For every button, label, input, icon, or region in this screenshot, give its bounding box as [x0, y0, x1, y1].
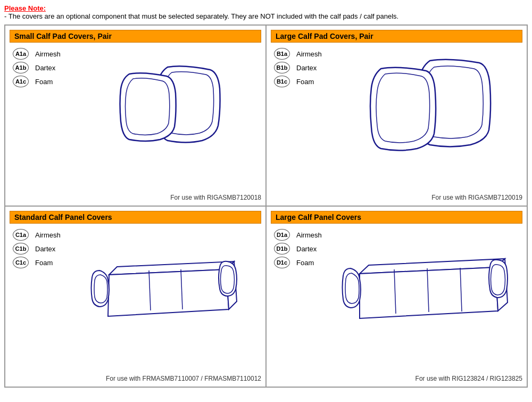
large-panel-illustration — [341, 232, 517, 339]
note-text: - The covers are an optional component t… — [4, 12, 528, 20]
options-col: C1a Airmesh C1b Dartex C1c Foam — [10, 228, 73, 272]
option-code: D1c — [274, 257, 290, 268]
content-row: A1a Airmesh A1b Dartex A1c Foam — [10, 47, 261, 192]
option-label: Dartex — [32, 61, 64, 75]
option-label: Airmesh — [32, 47, 64, 61]
panel-title-large-calf-panel: Large Calf Panel Covers — [271, 211, 522, 224]
option-code: B1c — [274, 76, 290, 87]
options-table: B1a Airmesh B1b Dartex B1c Foam — [271, 47, 325, 88]
panel-image-large-pad — [335, 47, 522, 162]
option-code: C1a — [13, 229, 29, 241]
panel-title-standard-calf-panel: Standard Calf Panel Covers — [10, 211, 261, 224]
option-code: A1a — [13, 48, 29, 60]
panel-small-calf-pad: Small Calf Pad Covers, Pair A1a Airmesh … — [5, 25, 266, 206]
option-label: Foam — [293, 75, 325, 88]
option-label: Foam — [32, 75, 64, 88]
option-code: C1c — [13, 257, 29, 268]
option-row: C1b Dartex — [10, 242, 64, 256]
option-row: A1a Airmesh — [10, 47, 64, 61]
panel-footer-standard-calf-panel: For use with FRMASMB7110007 / FRMASMB711… — [10, 373, 261, 382]
option-label: Dartex — [32, 242, 64, 256]
option-row: A1b Dartex — [10, 61, 64, 75]
option-row: D1b Dartex — [271, 242, 325, 256]
options-table: C1a Airmesh C1b Dartex C1c Foam — [10, 228, 64, 269]
option-row: B1c Foam — [271, 75, 325, 88]
option-label: Foam — [32, 256, 64, 269]
options-table: D1a Airmesh D1b Dartex D1c Foam — [271, 228, 325, 269]
option-label: Dartex — [293, 242, 325, 256]
option-row: B1a Airmesh — [271, 47, 325, 61]
note-section: Please Note: - The covers are an optiona… — [4, 4, 528, 20]
option-row: A1c Foam — [10, 75, 64, 88]
panel-large-calf-panel: Large Calf Panel Covers D1a Airmesh D1b … — [266, 206, 527, 387]
panel-image-large-panel — [335, 228, 522, 343]
options-col: D1a Airmesh D1b Dartex D1c Foam — [271, 228, 335, 272]
panel-image-small-pad — [73, 47, 261, 162]
option-label: Airmesh — [293, 228, 325, 242]
options-col: B1a Airmesh B1b Dartex B1c Foam — [271, 47, 335, 91]
option-code: B1a — [274, 48, 290, 60]
standard-panel-illustration — [88, 232, 247, 339]
option-row: C1a Airmesh — [10, 228, 64, 242]
option-code: D1b — [274, 243, 290, 255]
panel-footer-large-calf-pad: For use with RIGASMB7120019 — [271, 192, 522, 201]
content-row: D1a Airmesh D1b Dartex D1c Foam — [271, 228, 522, 373]
option-row: D1a Airmesh — [271, 228, 325, 242]
panel-standard-calf-panel: Standard Calf Panel Covers C1a Airmesh C… — [5, 206, 266, 387]
content-row: B1a Airmesh B1b Dartex B1c Foam — [271, 47, 522, 192]
option-label: Dartex — [293, 61, 325, 75]
option-code: B1b — [274, 62, 290, 73]
option-label: Airmesh — [32, 228, 64, 242]
option-code: A1c — [13, 76, 29, 87]
note-title: Please Note: — [4, 4, 528, 12]
options-col: A1a Airmesh A1b Dartex A1c Foam — [10, 47, 73, 91]
option-row: D1c Foam — [271, 256, 325, 269]
option-code: A1b — [13, 62, 29, 73]
panel-image-standard-panel — [73, 228, 261, 343]
options-table: A1a Airmesh A1b Dartex A1c Foam — [10, 47, 64, 88]
option-label: Foam — [293, 256, 325, 269]
panel-title-small-calf-pad: Small Calf Pad Covers, Pair — [10, 30, 261, 43]
panel-footer-large-calf-panel: For use with RIG123824 / RIG123825 — [271, 373, 522, 382]
option-code: D1a — [274, 229, 290, 241]
option-row: C1c Foam — [10, 256, 64, 269]
panel-footer-small-calf-pad: For use with RIGASMB7120018 — [10, 192, 261, 201]
option-label: Airmesh — [293, 47, 325, 61]
large-pad-illustration — [360, 51, 498, 158]
panel-title-large-calf-pad: Large Calf Pad Covers, Pair — [271, 30, 522, 43]
panel-large-calf-pad: Large Calf Pad Covers, Pair B1a Airmesh … — [266, 25, 527, 206]
product-grid: Small Calf Pad Covers, Pair A1a Airmesh … — [4, 24, 528, 388]
option-row: B1b Dartex — [271, 61, 325, 75]
small-pad-illustration — [104, 51, 231, 158]
option-code: C1b — [13, 243, 29, 255]
content-row: C1a Airmesh C1b Dartex C1c Foam — [10, 228, 261, 373]
